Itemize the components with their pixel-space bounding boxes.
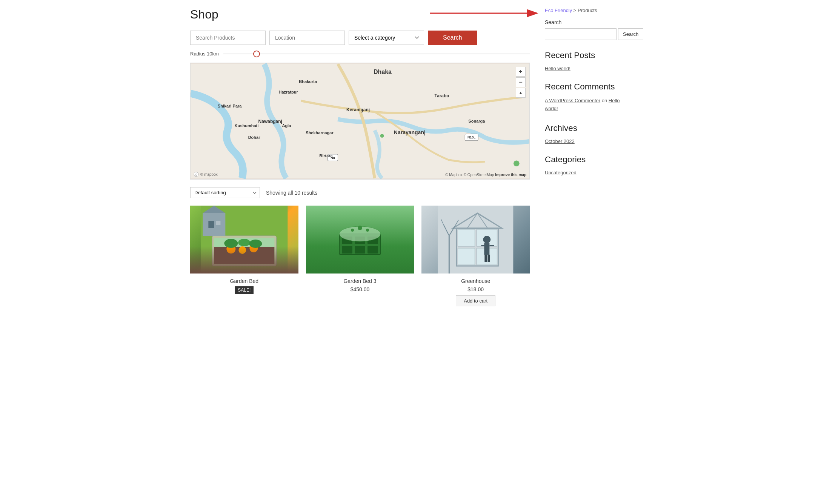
svg-text:N8: N8: [331, 156, 335, 160]
categories-title: Categories: [545, 155, 628, 164]
svg-point-18: [249, 240, 262, 248]
product-card-2: Garden Bed 3 $450.00: [306, 206, 414, 306]
product-card-3: Greenhouse $18.00 Add to cart: [421, 206, 530, 306]
svg-rect-45: [481, 245, 485, 246]
sidebar-search-button[interactable]: Search: [618, 28, 643, 40]
svg-rect-28: [355, 246, 365, 254]
product-name-1: Garden Bed: [230, 278, 259, 284]
svg-rect-27: [342, 246, 352, 254]
radius-row: Radius 10km: [190, 51, 530, 57]
product-name-3: Greenhouse: [461, 278, 490, 284]
recent-posts-title: Recent Posts: [545, 51, 628, 60]
breadcrumb: Eco Friendly > Products: [545, 8, 628, 13]
page-title: Shop: [190, 8, 530, 22]
map-controls: + − ▲: [516, 67, 526, 98]
product-card-1: Garden Bed SALE!: [190, 206, 298, 306]
zoom-in-button[interactable]: +: [516, 67, 526, 77]
svg-rect-46: [490, 245, 494, 246]
sidebar-archives: Archives October 2022: [545, 123, 628, 144]
recent-post-hello-world[interactable]: Hello world!: [545, 66, 628, 71]
svg-text:©: ©: [195, 174, 197, 176]
products-grid: Garden Bed SALE!: [190, 206, 530, 306]
svg-rect-22: [216, 221, 220, 225]
sidebar-categories: Categories Uncategorized: [545, 155, 628, 175]
add-to-cart-button-3[interactable]: Add to cart: [456, 295, 495, 306]
svg-rect-39: [458, 248, 475, 265]
results-count: Showing all 10 results: [266, 190, 317, 196]
archive-oct-2022[interactable]: October 2022: [545, 138, 628, 144]
svg-point-31: [358, 226, 362, 230]
svg-point-32: [351, 229, 354, 232]
product-image-1: [190, 206, 298, 274]
svg-point-17: [238, 239, 250, 246]
breadcrumb-area: Eco Friendly > Products: [545, 8, 628, 13]
sidebar-search-label: Search: [545, 19, 628, 25]
sidebar: Eco Friendly > Products Search Search Re…: [545, 8, 628, 306]
sidebar-search-input[interactable]: [545, 28, 617, 40]
comment-line: A WordPress Commenter on Hello world!: [545, 97, 628, 113]
commenter-link[interactable]: A WordPress Commenter: [545, 98, 600, 103]
zoom-out-button[interactable]: −: [516, 77, 526, 87]
radius-slider[interactable]: [223, 54, 530, 54]
map-container: N8 N10L Dhaka Narayanganj Keraniganj Naw…: [190, 63, 530, 180]
breadcrumb-eco-friendly[interactable]: Eco Friendly: [545, 8, 572, 13]
svg-point-43: [483, 236, 491, 243]
svg-text:N10L: N10L: [467, 135, 476, 139]
product-price-3: $18.00: [467, 286, 484, 292]
search-bar: Select a category Search: [190, 31, 530, 45]
recent-comments-title: Recent Comments: [545, 82, 628, 92]
svg-rect-21: [208, 221, 214, 228]
compass-button[interactable]: ▲: [516, 88, 526, 98]
sorting-select[interactable]: Default sortingSort by popularitySort by…: [190, 187, 260, 198]
product-name-2: Garden Bed 3: [343, 278, 376, 284]
sale-badge-1: SALE!: [235, 286, 254, 294]
svg-point-1: [380, 134, 384, 138]
product-image-2: [306, 206, 414, 274]
map-attribution: © Mapbox © OpenStreetMap Improve this ma…: [445, 173, 526, 177]
sidebar-search-row: Search: [545, 28, 628, 40]
sorting-row: Default sortingSort by popularitySort by…: [190, 187, 530, 198]
location-input[interactable]: [269, 31, 345, 45]
map-logo: © © mapbox: [194, 172, 218, 177]
category-uncategorized[interactable]: Uncategorized: [545, 170, 628, 175]
svg-point-14: [238, 246, 246, 254]
category-select[interactable]: Select a category: [349, 31, 424, 45]
svg-rect-29: [367, 246, 378, 254]
svg-rect-12: [214, 247, 274, 264]
sidebar-search-section: Search Search: [545, 19, 628, 40]
svg-rect-47: [485, 255, 487, 262]
sidebar-recent-comments: Recent Comments A WordPress Commenter on…: [545, 82, 628, 113]
svg-point-6: [514, 160, 520, 166]
breadcrumb-products: Products: [578, 8, 597, 13]
archives-title: Archives: [545, 123, 628, 133]
product-price-2: $450.00: [351, 286, 370, 292]
svg-rect-44: [484, 243, 490, 255]
search-products-input[interactable]: [190, 31, 266, 45]
radius-label: Radius 10km: [190, 51, 219, 57]
main-content: Shop Select a category Search Radius 10k…: [190, 8, 530, 306]
sidebar-recent-posts: Recent Posts Hello world!: [545, 51, 628, 71]
search-button[interactable]: Search: [428, 31, 477, 45]
improve-map-link[interactable]: Improve this map: [495, 173, 526, 177]
product-image-3: [421, 206, 530, 274]
svg-point-16: [224, 239, 238, 248]
svg-rect-48: [488, 255, 490, 262]
svg-rect-37: [458, 229, 475, 246]
svg-point-33: [366, 229, 369, 232]
